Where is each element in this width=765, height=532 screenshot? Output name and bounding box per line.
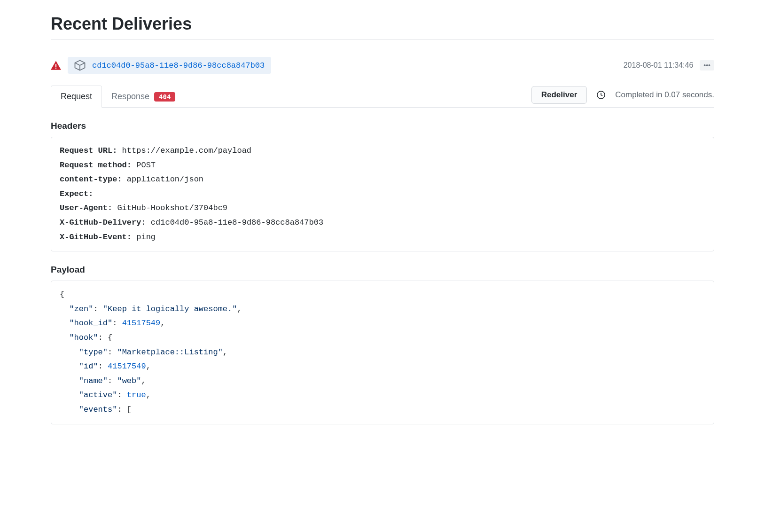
clock-icon bbox=[596, 90, 606, 100]
tabs: Request Response 404 Redeliver Completed… bbox=[51, 85, 714, 108]
response-status-badge: 404 bbox=[154, 92, 175, 102]
svg-rect-1 bbox=[55, 68, 56, 69]
payload-box: { "zen": "Keep it logically awesome.", "… bbox=[51, 281, 714, 424]
redeliver-button[interactable]: Redeliver bbox=[531, 86, 587, 104]
headers-heading: Headers bbox=[51, 121, 714, 131]
delivery-id: cd1c04d0-95a8-11e8-9d86-98cc8a847b03 bbox=[92, 61, 265, 70]
payload-heading: Payload bbox=[51, 265, 714, 275]
package-icon bbox=[74, 60, 86, 71]
tab-request[interactable]: Request bbox=[51, 86, 102, 108]
delivery-menu-button[interactable]: ••• bbox=[700, 60, 714, 70]
delivery-chip[interactable]: cd1c04d0-95a8-11e8-9d86-98cc8a847b03 bbox=[68, 57, 271, 74]
tab-response[interactable]: Response 404 bbox=[102, 86, 185, 107]
alert-icon bbox=[51, 60, 61, 70]
completed-text: Completed in 0.07 seconds. bbox=[615, 90, 714, 100]
delivery-timestamp: 2018-08-01 11:34:46 bbox=[624, 61, 694, 70]
delivery-row: cd1c04d0-95a8-11e8-9d86-98cc8a847b03 201… bbox=[51, 47, 714, 80]
tab-request-label: Request bbox=[61, 92, 92, 102]
tab-response-label: Response bbox=[111, 92, 149, 102]
page-title: Recent Deliveries bbox=[51, 14, 714, 40]
svg-rect-0 bbox=[55, 64, 56, 67]
headers-box: Request URL: https://example.com/payload… bbox=[51, 137, 714, 251]
